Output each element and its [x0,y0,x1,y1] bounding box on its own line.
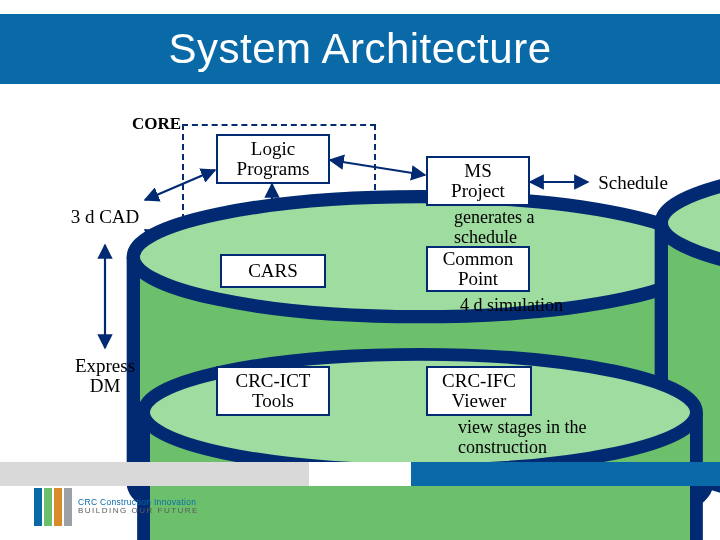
page-title: System Architecture [0,14,720,84]
node-schedule: Schedule [588,156,678,210]
architecture-diagram: CORE [0,90,720,450]
node-crc-ifc-viewer-caption: view stages in the construction [458,418,586,458]
node-crc-ict-tools: CRC-ICT Tools [216,366,330,416]
footer-logo-tag: BUILDING OUR FUTURE [78,507,199,515]
node-common-point-caption: 4 d simulation [460,296,563,316]
node-crc-ifc-viewer: CRC-IFC Viewer [426,366,532,416]
node-3d-cad-label: 3 d CAD [71,207,140,227]
node-common-point: Common Point [426,246,530,292]
slide: System Architecture CORE [0,0,720,540]
node-3d-cad: 3 d CAD [60,190,150,244]
footer-logo: CRC Construction Innovation BUILDING OUR… [34,484,199,530]
node-express-dm: Express DM [60,348,150,404]
node-cars: CARS [220,254,326,288]
node-ms-project: MS Project [426,156,530,206]
node-schedule-label: Schedule [598,173,668,193]
node-ms-project-caption: generates a schedule [454,208,534,248]
footer-logo-icon [34,488,72,526]
footer-band [0,462,720,486]
node-express-dm-label: Express DM [75,356,135,396]
node-logic-programs: Logic Programs [216,134,330,184]
